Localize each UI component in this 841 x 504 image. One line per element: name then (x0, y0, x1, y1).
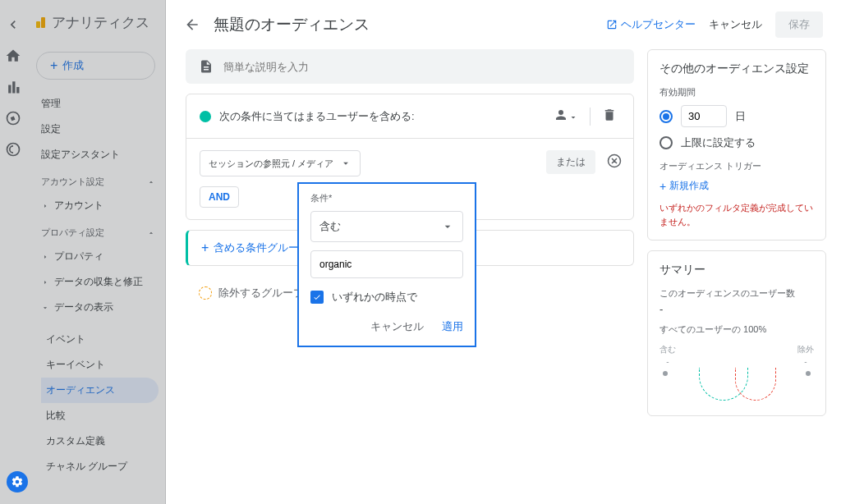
settings-title: その他のオーディエンス設定 (659, 62, 814, 76)
condition-popup: 条件* 含む いずれかの時点で キャンセル 適用 (297, 182, 476, 347)
nav-property-section: プロパティ設定 (36, 218, 165, 244)
duration-max-radio[interactable] (659, 136, 673, 149)
duration-label: 有効期間 (659, 86, 814, 99)
chevron-left-icon[interactable] (5, 16, 21, 33)
page-title: 無題のオーディエンス (214, 14, 370, 35)
nav-property[interactable]: プロパティ (36, 244, 165, 269)
exclude-circle-icon (199, 286, 212, 300)
settings-fab[interactable] (7, 471, 28, 493)
top-cancel-button[interactable]: キャンセル (709, 17, 762, 32)
include-header-text: 次の条件に当てはまるユーザーを含める: (219, 109, 415, 124)
error-message: いずれかのフィルタ定義が完成していません。 (659, 201, 814, 228)
nav-key-events[interactable]: キーイベント (41, 352, 165, 378)
app-title: アナリティクス (52, 13, 149, 32)
remove-condition-button[interactable] (604, 150, 620, 167)
popup-cancel-button[interactable]: キャンセル (370, 319, 424, 334)
summary-subtitle-2: すべてのユーザーの 100% (659, 323, 814, 336)
summary-chart (659, 371, 814, 404)
bar-chart-icon[interactable] (5, 79, 21, 95)
any-point-label: いずれかの時点で (332, 290, 417, 305)
help-center-link[interactable]: ヘルプセンター (606, 17, 696, 32)
delete-group-button[interactable] (599, 104, 620, 128)
analytics-logo (36, 17, 45, 28)
summary-card: サマリー このオーディエンスのユーザー数 - すべてのユーザーの 100% 含む… (647, 250, 826, 416)
and-button[interactable]: AND (200, 186, 239, 208)
document-icon (199, 59, 214, 74)
condition-value-input[interactable] (310, 250, 463, 278)
home-icon[interactable] (5, 48, 21, 64)
nav-setup-assistant[interactable]: 設定アシスタント (36, 142, 165, 167)
nav-events[interactable]: イベント (41, 327, 165, 352)
operator-select[interactable]: 含む (310, 211, 463, 242)
nav-account-section: アカウント設定 (36, 167, 165, 193)
popup-condition-label: 条件* (310, 192, 463, 204)
duration-unit: 日 (735, 109, 746, 124)
nav-admin[interactable]: 管理 (36, 91, 165, 117)
summary-title: サマリー (659, 263, 814, 277)
audience-settings-card: その他のオーディエンス設定 有効期間 日 上限に設定する オーディエンス トリガ… (647, 49, 826, 241)
target-icon[interactable] (5, 141, 21, 158)
nav-account[interactable]: アカウント (36, 193, 165, 218)
max-option-label: 上限に設定する (681, 135, 756, 150)
create-button[interactable]: + 作成 (36, 52, 155, 80)
trigger-label: オーディエンス トリガー (659, 160, 814, 172)
back-arrow-icon[interactable] (184, 16, 200, 33)
any-point-checkbox[interactable] (310, 291, 324, 304)
summary-subtitle-1: このオーディエンスのユーザー数 (659, 287, 814, 300)
chart-include-label: 含む- (659, 344, 676, 366)
duration-days-radio[interactable] (659, 110, 673, 123)
nav-settings[interactable]: 設定 (36, 117, 165, 142)
chart-exclude-label: 除外- (797, 344, 814, 366)
nav-compare[interactable]: 比較 (41, 403, 165, 428)
or-button[interactable]: または (546, 150, 595, 174)
include-indicator-icon (200, 111, 211, 122)
dimension-selector[interactable]: セッションの参照元 / メディア (200, 150, 361, 176)
nav-channel-group[interactable]: チャネル グループ (41, 454, 165, 479)
duration-input[interactable] (681, 105, 727, 127)
scope-button[interactable] (550, 104, 581, 128)
nav-data-display[interactable]: データの表示 (36, 295, 165, 320)
explore-icon[interactable] (5, 110, 21, 126)
new-trigger-button[interactable]: +新規作成 (659, 179, 814, 193)
nav-data-collection[interactable]: データの収集と修正 (36, 269, 165, 295)
save-button[interactable]: 保存 (775, 11, 823, 38)
nav-audiences[interactable]: オーディエンス (41, 378, 159, 403)
description-input[interactable] (223, 61, 621, 73)
summary-value-1: - (659, 303, 814, 315)
popup-apply-button[interactable]: 適用 (442, 319, 463, 334)
nav-custom-def[interactable]: カスタム定義 (41, 428, 165, 454)
plus-icon: + (50, 58, 57, 73)
